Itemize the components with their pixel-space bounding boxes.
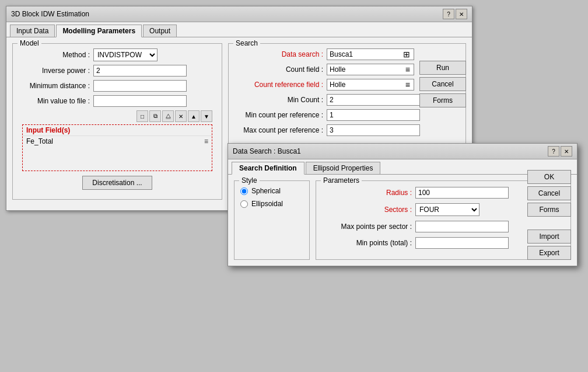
max-points-input[interactable]	[415, 221, 509, 232]
min-distance-input[interactable]	[93, 80, 187, 92]
dialog-cancel-btn[interactable]: Cancel	[527, 186, 571, 200]
help-button[interactable]: ?	[443, 9, 454, 19]
data-search-dialog: Data Search : Busca1 ? ✕ Search Definiti…	[228, 143, 578, 266]
max-count-per-ref-label: Max count per reference :	[233, 126, 327, 134]
import-btn[interactable]: Import	[527, 230, 571, 244]
dialog-window-controls: ? ✕	[548, 146, 572, 157]
field-toolbar: □ ⧉ ⧋ ✕ ▲ ▼	[20, 110, 215, 122]
min-value-label: Min value to file :	[18, 97, 93, 105]
forms-button[interactable]: Forms	[419, 93, 466, 107]
tab-output[interactable]: Output	[143, 25, 177, 37]
count-field-label: Count field :	[233, 65, 327, 74]
min-count-per-ref-input[interactable]	[327, 109, 420, 121]
main-title-bar: 3D Block IDW Estimation ? ✕	[6, 6, 472, 22]
search-group-label: Search	[233, 39, 260, 47]
window-controls: ? ✕	[443, 9, 467, 19]
delete-field-btn[interactable]: ✕	[175, 110, 187, 122]
min-count-per-ref-label: Min count per reference :	[233, 111, 327, 119]
cancel-button[interactable]: Cancel	[419, 77, 466, 91]
method-row: Method : INVDISTPOW	[18, 48, 217, 61]
tab-input-data[interactable]: Input Data	[10, 25, 55, 37]
radius-input[interactable]	[415, 187, 509, 199]
dialog-ok-btn[interactable]: OK	[527, 170, 571, 184]
export-btn[interactable]: Export	[527, 246, 571, 260]
data-search-row: Data search : Busca1 ⊞	[233, 48, 461, 60]
count-ref-field-list-btn[interactable]: ≡	[404, 80, 411, 89]
copy-field-btn[interactable]: ⧉	[149, 110, 161, 122]
count-field-list-btn[interactable]: ≡	[404, 65, 411, 74]
method-label: Method :	[18, 51, 93, 59]
spherical-radio[interactable]	[240, 187, 248, 195]
min-value-input[interactable]	[93, 95, 187, 107]
min-points-label: Min points (total) :	[322, 239, 415, 247]
min-count-label: Min Count :	[233, 96, 327, 104]
dialog-help-btn[interactable]: ?	[548, 146, 559, 157]
radius-label: Radius :	[322, 189, 415, 197]
style-group: Style Spherical Ellipsoidal	[234, 180, 310, 260]
parameters-group-label: Parameters	[321, 176, 362, 185]
data-search-value: Busca1	[330, 50, 353, 58]
dialog-import-export-buttons: Import Export	[527, 230, 571, 260]
dialog-title-text: Data Search : Busca1	[233, 147, 301, 155]
new-field-btn[interactable]: □	[136, 110, 148, 122]
dialog-body: Style Spherical Ellipsoidal Parameters R…	[228, 175, 577, 266]
main-tab-bar: Input Data Modelling Parameters Output	[6, 22, 472, 37]
list-item[interactable]: Fe_Total ≡	[23, 136, 212, 147]
input-fields-header: Input Field(s)	[23, 125, 212, 136]
dialog-title-bar: Data Search : Busca1 ? ✕	[228, 144, 577, 159]
inverse-power-row: Inverse power :	[18, 65, 217, 77]
min-count-per-ref-row: Min count per reference :	[233, 109, 461, 121]
max-points-label: Max points per sector :	[322, 222, 415, 231]
ellipsoidal-label: Ellipsoidal	[251, 200, 283, 208]
model-group-label: Model	[18, 39, 41, 47]
paste-field-btn[interactable]: ⧋	[162, 110, 174, 122]
list-field-icon: ≡	[204, 137, 208, 145]
count-field-value: Holle	[330, 65, 345, 74]
move-down-btn[interactable]: ▼	[201, 110, 212, 122]
input-fields-box: Input Field(s) Fe_Total ≡	[22, 124, 212, 171]
sectors-label: Sectors :	[322, 206, 415, 214]
count-ref-field-label: Count reference field :	[233, 81, 327, 89]
model-group: Model Method : INVDISTPOW Inverse power …	[12, 43, 222, 200]
count-field-input[interactable]: Holle ≡	[327, 64, 414, 75]
min-points-input[interactable]	[415, 237, 509, 249]
discretisation-button[interactable]: Discretisation ...	[82, 176, 152, 190]
count-ref-field-input[interactable]: Holle ≡	[327, 79, 414, 91]
sectors-select[interactable]: ONE FOUR EIGHT	[415, 203, 480, 216]
run-button[interactable]: Run	[419, 61, 466, 75]
min-value-row: Min value to file :	[18, 95, 217, 107]
ellipsoidal-radio[interactable]	[240, 200, 248, 208]
ellipsoidal-option[interactable]: Ellipsoidal	[240, 200, 303, 208]
count-ref-field-value: Holle	[330, 81, 345, 89]
move-up-btn[interactable]: ▲	[188, 110, 200, 122]
min-distance-label: Minimum distance :	[18, 82, 93, 90]
inverse-power-input[interactable]	[93, 65, 187, 77]
data-search-browse-btn[interactable]: ⊞	[402, 50, 411, 59]
close-button[interactable]: ✕	[456, 9, 467, 19]
spherical-option[interactable]: Spherical	[240, 187, 303, 195]
dialog-tab-search-definition[interactable]: Search Definition	[232, 162, 304, 175]
min-count-input[interactable]	[327, 94, 420, 106]
inverse-power-label: Inverse power :	[18, 67, 93, 75]
data-search-field[interactable]: Busca1 ⊞	[327, 48, 414, 60]
spherical-label: Spherical	[251, 187, 281, 195]
max-count-per-ref-row: Max count per reference :	[233, 124, 461, 136]
dialog-close-btn[interactable]: ✕	[561, 146, 572, 157]
action-buttons: Run Cancel Forms	[419, 61, 466, 107]
style-group-label: Style	[239, 176, 260, 185]
dialog-tab-bar: Search Definition Ellipsoid Properties	[228, 159, 577, 175]
tab-modelling-parameters[interactable]: Modelling Parameters	[56, 25, 142, 37]
method-select[interactable]: INVDISTPOW	[93, 48, 158, 61]
max-count-per-ref-input[interactable]	[327, 124, 420, 136]
main-window-title: 3D Block IDW Estimation	[11, 10, 89, 18]
min-distance-row: Minimum distance :	[18, 80, 217, 92]
field-name: Fe_Total	[26, 137, 53, 145]
dialog-action-buttons: OK Cancel Forms	[527, 170, 571, 217]
dialog-forms-btn[interactable]: Forms	[527, 203, 571, 217]
data-search-label: Data search :	[233, 50, 327, 58]
dialog-tab-ellipsoid-properties[interactable]: Ellipsoid Properties	[306, 162, 381, 174]
left-panel: Model Method : INVDISTPOW Inverse power …	[12, 43, 222, 204]
